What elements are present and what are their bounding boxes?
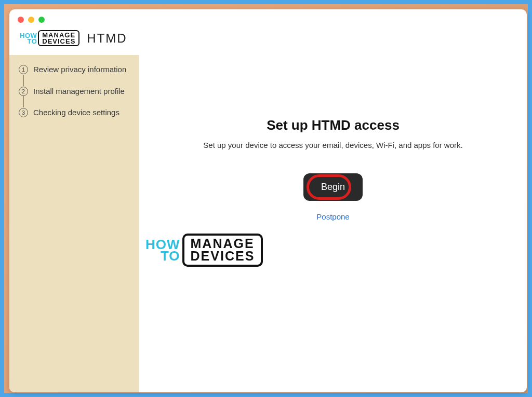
step-connector [23, 75, 24, 86]
step-label: Checking device settings [33, 107, 119, 118]
window-controls [18, 17, 45, 23]
app-window: HOW TO MANAGE DEVICES HTMD 1 Review priv… [9, 9, 527, 392]
step-connector [23, 96, 24, 107]
htmd-logo-small: HOW TO MANAGE DEVICES [20, 30, 79, 46]
page-subtitle: Set up your device to access your email,… [203, 141, 462, 149]
step-label: Review privacy information [33, 64, 126, 75]
logo-howto: HOW TO [20, 33, 37, 44]
htmd-logo-watermark: HOW TO MANAGE DEVICES [145, 234, 263, 267]
close-window-button[interactable] [18, 17, 24, 23]
watermark-devices-text: DEVICES [191, 250, 255, 263]
steps-list: 1 Review privacy information 2 Install m… [19, 64, 133, 118]
header: HOW TO MANAGE DEVICES HTMD [20, 30, 127, 46]
watermark-howto: HOW TO [145, 239, 180, 262]
step-number-icon: 1 [19, 65, 28, 74]
begin-button-wrap: Begin [303, 173, 363, 201]
watermark-to-text: TO [161, 250, 180, 262]
step-item: 3 Checking device settings [19, 107, 133, 118]
step-item: 1 Review privacy information [19, 64, 133, 75]
watermark-box: MANAGE DEVICES [182, 234, 263, 267]
maximize-window-button[interactable] [38, 17, 45, 23]
minimize-window-button[interactable] [28, 17, 34, 23]
page-title: Set up HTMD access [267, 117, 400, 133]
step-item: 2 Install management profile [19, 86, 133, 97]
step-number-icon: 2 [19, 87, 28, 96]
postpone-link[interactable]: Postpone [316, 212, 349, 221]
logo-box: MANAGE DEVICES [38, 30, 79, 46]
step-number-icon: 3 [19, 108, 28, 117]
main-content: Set up HTMD access Set up your device to… [139, 55, 527, 392]
brand-title: HTMD [87, 31, 127, 46]
begin-button[interactable]: Begin [303, 173, 363, 201]
outer-border: HOW TO MANAGE DEVICES HTMD 1 Review priv… [0, 0, 532, 397]
step-label: Install management profile [33, 86, 125, 97]
logo-to-text: TO [27, 38, 37, 44]
sidebar: 1 Review privacy information 2 Install m… [9, 55, 139, 392]
logo-devices-text: DEVICES [42, 38, 75, 45]
